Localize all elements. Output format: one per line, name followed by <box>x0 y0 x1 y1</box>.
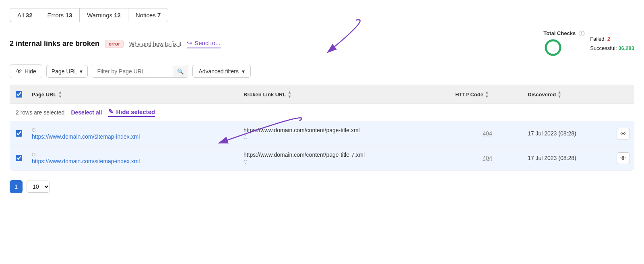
row1-http-code: 404 <box>483 130 492 137</box>
tab-errors-count: 13 <box>66 12 72 19</box>
tab-warnings-count: 12 <box>114 12 121 19</box>
th-page-url: Page URL ▲▼ <box>28 85 239 104</box>
tab-warnings[interactable]: Warnings 12 <box>79 8 128 22</box>
row2-eye-button[interactable]: 👁 <box>617 152 630 164</box>
row1-eye-cell[interactable]: 👁 <box>612 122 634 145</box>
th-discovered: Discovered ▲▼ <box>524 85 612 104</box>
row2-page-url: https://www.domain.com/sitemap-index.xml <box>32 158 235 164</box>
row1-page-url-cell: ⬡ https://www.domain.com/sitemap-index.x… <box>28 122 239 146</box>
row2-eye-cell[interactable]: 👁 <box>612 147 634 170</box>
row1-broken-url-cell: https://www.domain.com/content/page-titl… <box>239 121 451 146</box>
table: Page URL ▲▼ Broken Link URL ▲▼ HTTP Code… <box>10 85 634 170</box>
row2-ext-icon-top: ⬡ <box>32 152 235 157</box>
success-label: Successful: <box>590 45 617 51</box>
sort-icon-broken-url[interactable]: ▲▼ <box>287 90 291 99</box>
hide-label: Hide <box>25 68 36 75</box>
row2-broken-ext-icon: ⬡ <box>244 159 447 164</box>
hide-button[interactable]: 👁 Hide <box>10 64 42 78</box>
row1-http-code-cell: 404 <box>451 125 524 142</box>
select-all-checkbox[interactable] <box>16 91 22 98</box>
col-broken-url-label: Broken Link URL <box>244 91 286 98</box>
page-url-dropdown[interactable]: Page URL ▾ <box>46 65 88 78</box>
table-header: Page URL ▲▼ Broken Link URL ▲▼ HTTP Code… <box>10 85 634 104</box>
row1-broken-ext-icon: ⬡ <box>244 135 447 140</box>
hide-selected-icon: ✎ <box>108 108 114 115</box>
col-page-url-label: Page URL <box>32 91 56 98</box>
th-http-code: HTTP Code ▲▼ <box>451 85 524 104</box>
search-icon: 🔍 <box>177 69 184 75</box>
row2-broken-url-cell: https://www.domain.com/content/page-titl… <box>239 146 451 170</box>
tab-warnings-label: Warnings <box>87 12 112 19</box>
info-icon[interactable]: i <box>579 31 584 36</box>
tabs-row: All 32 Errors 13 Warnings 12 Notices 7 <box>10 8 634 22</box>
row1-page-url-link[interactable]: ⬡ https://www.domain.com/sitemap-index.x… <box>32 127 235 140</box>
page-url-dropdown-label: Page URL <box>52 68 78 75</box>
row2-page-url-cell: ⬡ https://www.domain.com/sitemap-index.x… <box>28 146 239 170</box>
page-1-button[interactable]: 1 <box>10 180 23 193</box>
pagination-row: 1 10 25 50 <box>10 177 634 196</box>
row1-checkbox[interactable] <box>16 130 22 137</box>
selection-row: 2 rows are selected Deselect all ✎ Hide … <box>10 104 634 121</box>
th-checkbox[interactable] <box>10 86 28 102</box>
send-to-button[interactable]: ↪ Send to... <box>187 39 220 48</box>
issue-title: 2 internal links are broken <box>10 39 99 48</box>
chevron-down-icon-adv: ▾ <box>242 68 245 75</box>
tab-all[interactable]: All 32 <box>10 8 40 22</box>
th-broken-url: Broken Link URL ▲▼ <box>239 85 451 104</box>
failed-label: Failed: <box>590 36 606 42</box>
tab-all-label: All <box>17 12 24 19</box>
col-http-code-label: HTTP Code <box>455 91 483 98</box>
tab-all-count: 32 <box>26 12 33 19</box>
donut-chart <box>543 38 563 57</box>
chevron-down-icon: ▾ <box>80 68 83 75</box>
row2-http-code-cell: 404 <box>451 149 524 167</box>
why-fix-link[interactable]: Why and how to fix it <box>129 41 181 47</box>
col-discovered-label: Discovered <box>528 91 556 98</box>
total-checks-label: Total Checks <box>543 30 576 36</box>
failed-value: 2 <box>607 36 610 42</box>
eye-icon: 👁 <box>16 68 22 75</box>
tab-notices[interactable]: Notices 7 <box>128 8 169 22</box>
eye-row-icon: 👁 <box>620 130 626 137</box>
row1-discovered-cell: 17 Jul 2023 (08:28) <box>524 125 612 142</box>
advanced-filters-button[interactable]: Advanced filters ▾ <box>192 65 251 78</box>
filter-search-button[interactable]: 🔍 <box>173 66 188 77</box>
row2-checkbox-cell[interactable] <box>10 149 28 167</box>
row2-discovered-cell: 17 Jul 2023 (08:28) <box>524 149 612 167</box>
header-row: 2 internal links are broken error Why an… <box>10 30 634 57</box>
row1-page-url: https://www.domain.com/sitemap-index.xml <box>32 133 235 140</box>
per-page-select[interactable]: 10 25 50 <box>27 181 50 193</box>
send-arrow-icon: ↪ <box>187 39 192 47</box>
row1-checkbox-cell[interactable] <box>10 125 28 142</box>
table-row: ⬡ https://www.domain.com/sitemap-index.x… <box>10 146 634 170</box>
advanced-filters-label: Advanced filters <box>198 68 239 75</box>
table-row: ⬡ https://www.domain.com/sitemap-index.x… <box>10 121 634 146</box>
checks-stats: Failed: 2 Successful: 36,283 <box>590 35 634 52</box>
tab-errors-label: Errors <box>47 12 64 19</box>
deselect-all-button[interactable]: Deselect all <box>71 109 102 116</box>
eye-row-icon-2: 👁 <box>620 155 626 162</box>
row2-broken-url: https://www.domain.com/content/page-titl… <box>244 152 447 158</box>
row2-discovered: 17 Jul 2023 (08:28) <box>528 155 576 161</box>
filter-input-wrap: 🔍 <box>92 65 188 78</box>
tab-notices-count: 7 <box>157 12 161 19</box>
total-checks-panel: Total Checks i Failed: 2 Successful: <box>543 30 634 57</box>
row1-broken-url: https://www.domain.com/content/page-titl… <box>244 127 447 133</box>
row1-discovered: 17 Jul 2023 (08:28) <box>528 130 576 137</box>
th-actions <box>612 89 634 99</box>
error-badge: error <box>105 40 124 48</box>
row1-eye-button[interactable]: 👁 <box>617 128 630 139</box>
filter-input[interactable] <box>92 65 173 77</box>
row2-page-url-link[interactable]: ⬡ https://www.domain.com/sitemap-index.x… <box>32 152 235 164</box>
tab-notices-label: Notices <box>136 12 156 19</box>
sort-icon-page-url[interactable]: ▲▼ <box>58 90 62 99</box>
sort-icon-discovered[interactable]: ▲▼ <box>557 90 561 99</box>
selection-text: 2 rows are selected <box>16 109 64 116</box>
tab-errors[interactable]: Errors 13 <box>40 8 80 22</box>
hide-selected-button[interactable]: ✎ Hide selected <box>108 108 155 117</box>
sort-icon-http-code[interactable]: ▲▼ <box>485 90 489 99</box>
svg-point-1 <box>546 40 560 55</box>
send-to-label: Send to... <box>194 39 220 46</box>
row2-checkbox[interactable] <box>16 155 22 161</box>
filter-row: 👁 Hide Page URL ▾ 🔍 Advanced filters ▾ <box>10 64 634 78</box>
